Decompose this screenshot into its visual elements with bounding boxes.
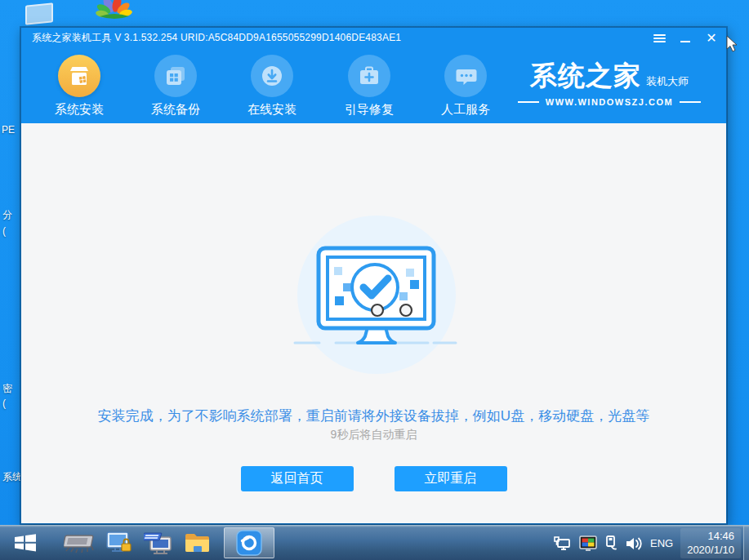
main-content: 安装完成，为了不影响系统部署，重启前请将外接设备拔掉，例如U盘，移动硬盘，光盘等… <box>21 123 726 523</box>
desktop-label-partition: 分 <box>2 208 12 222</box>
logo-dash-right <box>680 101 701 103</box>
desktop-label-partition-2: ( <box>2 225 6 237</box>
app-window: 系统之家装机工具 V 3.1.532.254 URID:A5C84DD9A165… <box>20 27 727 524</box>
network-icon[interactable] <box>554 536 572 551</box>
clock-date: 2020/1/10 <box>687 544 734 558</box>
auto-restart-countdown: 9秒后将自动重启 <box>21 428 726 442</box>
minimize-icon <box>680 41 690 42</box>
brand-name: 系统之家 <box>530 58 641 95</box>
clock[interactable]: 14:46 2020/1/10 <box>680 528 741 559</box>
taskbar: ENG 14:46 2020/1/10 <box>0 525 749 560</box>
repair-toolbox-icon <box>348 55 390 97</box>
return-home-button[interactable]: 返回首页 <box>241 466 354 491</box>
completion-message: 安装完成，为了不影响系统部署，重启前请将外接设备拔掉，例如U盘，移动硬盘，光盘等 <box>21 407 726 425</box>
nav-label: 引导修复 <box>330 102 408 118</box>
monitor-lock-icon <box>105 531 133 555</box>
folder-icon <box>184 531 212 554</box>
brand-website: WWW.WINDOWSZJ.COM <box>546 97 673 107</box>
mouse-cursor <box>726 36 738 52</box>
menu-button[interactable] <box>651 30 667 47</box>
chat-service-icon <box>444 55 487 97</box>
close-button[interactable]: ✕ <box>703 30 720 47</box>
desktop-background: PE 分 ( 密 ( 系统 系统之家装机工具 V 3.1.532.254 URI… <box>0 0 749 560</box>
display-settings-icon[interactable] <box>579 536 597 551</box>
start-button[interactable] <box>0 527 51 559</box>
usb-eject-icon[interactable] <box>604 536 617 551</box>
window-title: 系统之家装机工具 V 3.1.532.254 URID:A5C84DD9A165… <box>32 31 401 45</box>
hamburger-icon <box>653 33 666 44</box>
minimize-button[interactable] <box>677 30 693 47</box>
clock-time: 14:46 <box>687 530 734 544</box>
nav-item-boot-repair[interactable]: 引导修复 <box>330 55 408 118</box>
close-icon: ✕ <box>706 32 716 45</box>
restart-now-button[interactable]: 立即重启 <box>395 466 507 491</box>
backup-windows-icon <box>154 55 197 97</box>
windows-start-icon <box>13 531 38 554</box>
monitor-checkmark-illustration <box>291 242 462 377</box>
taskbar-file-explorer[interactable] <box>178 527 217 559</box>
logo-dash-left <box>518 101 539 103</box>
brand-logo: 系统之家 装机大师 WWW.WINDOWSZJ.COM <box>515 58 703 107</box>
desktop-label-pe: PE <box>2 124 15 136</box>
desktop-label-password-2: ( <box>2 398 6 409</box>
nav-bar: 系统安装 系统备份 <box>21 48 726 123</box>
nav-label: 系统安装 <box>40 102 118 118</box>
nav-item-online-install[interactable]: 在线安装 <box>233 55 311 118</box>
nav-label: 人工服务 <box>426 102 505 118</box>
nav-item-system-backup[interactable]: 系统备份 <box>136 55 215 118</box>
keyboard-monitor-icon <box>144 531 173 555</box>
system-tray: ENG 14:46 2020/1/10 <box>554 526 741 560</box>
desktop-label-password: 密 <box>2 382 12 396</box>
title-bar[interactable]: 系统之家装机工具 V 3.1.532.254 URID:A5C84DD9A165… <box>21 28 726 48</box>
language-indicator[interactable]: ENG <box>650 537 673 549</box>
taskbar-keyboard-tool[interactable] <box>139 527 178 559</box>
memory-chip-icon <box>64 532 96 553</box>
desktop-monitor-icon[interactable] <box>25 2 53 25</box>
nav-item-manual-service[interactable]: 人工服务 <box>426 55 505 118</box>
nav-label: 系统备份 <box>136 102 215 118</box>
nav-label: 在线安装 <box>233 102 311 118</box>
installer-app-icon <box>235 529 263 557</box>
taskbar-memory-tool[interactable] <box>60 527 100 559</box>
install-box-icon <box>58 55 100 97</box>
desktop-label-system: 系统 <box>2 470 22 484</box>
brand-tagline: 装机大师 <box>646 74 689 89</box>
taskbar-installer-app-active[interactable] <box>224 527 274 558</box>
taskbar-lock-tool[interactable] <box>100 527 139 559</box>
volume-icon[interactable] <box>625 536 643 551</box>
download-icon <box>251 55 293 97</box>
desktop-flower-icon[interactable] <box>95 0 134 23</box>
nav-item-system-install[interactable]: 系统安装 <box>40 55 118 118</box>
show-desktop-button[interactable] <box>743 526 749 560</box>
